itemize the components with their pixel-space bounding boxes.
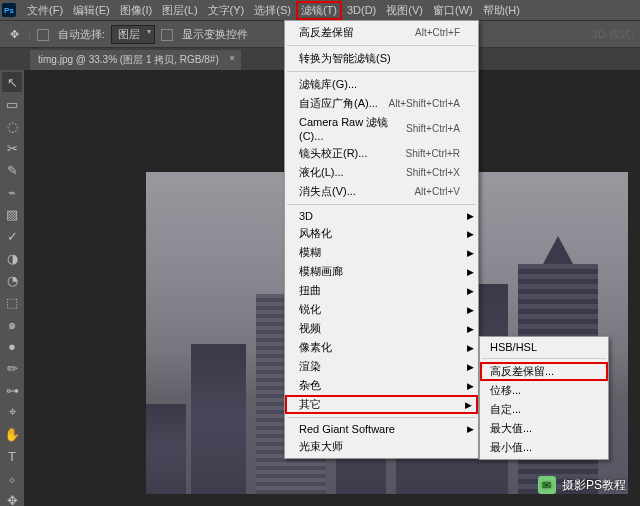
document-tab[interactable]: timg.jpg @ 33.3% (图层 1 拷贝, RGB/8#) × bbox=[30, 50, 241, 70]
divider: | bbox=[28, 28, 31, 40]
menu-separator bbox=[287, 45, 476, 46]
wechat-icon: ✉ bbox=[538, 476, 556, 494]
tool-pen[interactable]: ⊶ bbox=[2, 380, 22, 400]
other-minimum[interactable]: 最小值... bbox=[480, 438, 608, 457]
submenu-arrow-icon: ▶ bbox=[467, 248, 474, 258]
filter-other[interactable]: 其它▶ bbox=[285, 395, 478, 414]
filter-red-giant[interactable]: Red Giant Software▶ bbox=[285, 421, 478, 437]
submenu-arrow-icon: ▶ bbox=[465, 400, 472, 410]
auto-select-label: 自动选择: bbox=[58, 27, 105, 42]
submenu-arrow-icon: ▶ bbox=[467, 305, 474, 315]
app-logo: Ps bbox=[2, 3, 16, 17]
filter-lens-correction[interactable]: 镜头校正(R)...Shift+Ctrl+R bbox=[285, 144, 478, 163]
tool-path[interactable]: ⌖ bbox=[2, 402, 22, 422]
filter-menu: 高反差保留 Alt+Ctrl+F 转换为智能滤镜(S) 滤镜库(G)... 自适… bbox=[284, 20, 479, 459]
tool-hand[interactable]: ✋ bbox=[2, 424, 22, 444]
menu-item-label: 转换为智能滤镜(S) bbox=[299, 51, 460, 66]
filter-liquify[interactable]: 液化(L)...Shift+Ctrl+X bbox=[285, 163, 478, 182]
tool-spot-heal[interactable]: ⌁ bbox=[2, 182, 22, 202]
submenu-arrow-icon: ▶ bbox=[467, 343, 474, 353]
tool-eraser[interactable]: ⬚ bbox=[2, 292, 22, 312]
menu-item-shortcut: Alt+Ctrl+F bbox=[415, 27, 460, 38]
tool-crop[interactable]: ✂ bbox=[2, 138, 22, 158]
menu-separator bbox=[287, 204, 476, 205]
menu-layer[interactable]: 图层(L) bbox=[157, 1, 202, 20]
tool-lasso[interactable]: ◌ bbox=[2, 116, 22, 136]
submenu-arrow-icon: ▶ bbox=[467, 211, 474, 221]
filter-last[interactable]: 高反差保留 Alt+Ctrl+F bbox=[285, 23, 478, 42]
submenu-arrow-icon: ▶ bbox=[467, 362, 474, 372]
submenu-arrow-icon: ▶ bbox=[467, 324, 474, 334]
watermark-text: 摄影PS教程 bbox=[562, 477, 626, 494]
other-custom[interactable]: 自定... bbox=[480, 400, 608, 419]
menu-image[interactable]: 图像(I) bbox=[115, 1, 157, 20]
menu-select[interactable]: 选择(S) bbox=[249, 1, 296, 20]
tool-direct-select[interactable]: ✥ bbox=[2, 490, 22, 506]
menu-filter[interactable]: 滤镜(T) bbox=[296, 1, 342, 20]
tool-marquee[interactable]: ▭ bbox=[2, 94, 22, 114]
filter-noise[interactable]: 杂色▶ bbox=[285, 376, 478, 395]
filter-light-master[interactable]: 光束大师 bbox=[285, 437, 478, 456]
document-tab-title: timg.jpg @ 33.3% (图层 1 拷贝, RGB/8#) bbox=[38, 54, 219, 65]
filter-video[interactable]: 视频▶ bbox=[285, 319, 478, 338]
filter-3d[interactable]: 3D▶ bbox=[285, 208, 478, 224]
submenu-arrow-icon: ▶ bbox=[467, 286, 474, 296]
other-offset[interactable]: 位移... bbox=[480, 381, 608, 400]
tool-clone[interactable]: ◑ bbox=[2, 248, 22, 268]
submenu-arrow-icon: ▶ bbox=[467, 381, 474, 391]
menu-type[interactable]: 文字(Y) bbox=[203, 1, 250, 20]
tool-gradient[interactable]: ๑ bbox=[2, 314, 22, 334]
move-tool-icon: ✥ bbox=[6, 26, 22, 42]
filter-stylize[interactable]: 风格化▶ bbox=[285, 224, 478, 243]
menu-separator bbox=[482, 358, 606, 359]
filter-other-submenu: HSB/HSL 高反差保留... 位移... 自定... 最大值... 最小值.… bbox=[479, 336, 609, 460]
menubar: Ps 文件(F) 编辑(E) 图像(I) 图层(L) 文字(Y) 选择(S) 滤… bbox=[0, 0, 640, 20]
submenu-arrow-icon: ▶ bbox=[467, 229, 474, 239]
auto-select-dropdown[interactable]: 图层 bbox=[111, 25, 155, 44]
submenu-arrow-icon: ▶ bbox=[467, 267, 474, 277]
filter-blur[interactable]: 模糊▶ bbox=[285, 243, 478, 262]
menu-item-label: 高反差保留 bbox=[299, 25, 415, 40]
auto-select-checkbox[interactable] bbox=[37, 27, 52, 40]
other-high-pass[interactable]: 高反差保留... bbox=[480, 362, 608, 381]
filter-camera-raw[interactable]: Camera Raw 滤镜(C)...Shift+Ctrl+A bbox=[285, 113, 478, 144]
tool-brush[interactable]: ✓ bbox=[2, 226, 22, 246]
submenu-arrow-icon: ▶ bbox=[467, 424, 474, 434]
mode-3d-label: 3D 模式: bbox=[592, 27, 634, 42]
filter-distort[interactable]: 扭曲▶ bbox=[285, 281, 478, 300]
watermark: ✉ 摄影PS教程 bbox=[538, 476, 626, 494]
filter-sharpen[interactable]: 锐化▶ bbox=[285, 300, 478, 319]
filter-vanishing-point[interactable]: 消失点(V)...Alt+Ctrl+V bbox=[285, 182, 478, 201]
filter-blur-gallery[interactable]: 模糊画廊▶ bbox=[285, 262, 478, 281]
tool-text[interactable]: T bbox=[2, 446, 22, 466]
tool-history-brush[interactable]: ◔ bbox=[2, 270, 22, 290]
menu-separator bbox=[287, 71, 476, 72]
filter-gallery[interactable]: 滤镜库(G)... bbox=[285, 75, 478, 94]
menu-window[interactable]: 窗口(W) bbox=[428, 1, 478, 20]
tool-quick-select[interactable]: ▨ bbox=[2, 204, 22, 224]
tool-move[interactable]: ↖ bbox=[2, 72, 22, 92]
tool-dodge[interactable]: ✏ bbox=[2, 358, 22, 378]
show-transform-checkbox[interactable] bbox=[161, 27, 176, 40]
close-tab-icon[interactable]: × bbox=[230, 53, 235, 63]
menu-separator bbox=[287, 417, 476, 418]
tool-shape[interactable]: ⬦ bbox=[2, 468, 22, 488]
toolbox: ↖ ▭ ◌ ✂ ✎ ⌁ ▨ ✓ ◑ ◔ ⬚ ๑ ● ✏ ⊶ ⌖ ✋ T ⬦ ✥ … bbox=[0, 70, 24, 506]
menu-file[interactable]: 文件(F) bbox=[22, 1, 68, 20]
other-maximum[interactable]: 最大值... bbox=[480, 419, 608, 438]
other-hsb-hsl[interactable]: HSB/HSL bbox=[480, 339, 608, 355]
menu-view[interactable]: 视图(V) bbox=[381, 1, 428, 20]
filter-render[interactable]: 渲染▶ bbox=[285, 357, 478, 376]
show-transform-label: 显示变换控件 bbox=[182, 27, 248, 42]
tool-blur[interactable]: ● bbox=[2, 336, 22, 356]
tool-eyedropper[interactable]: ✎ bbox=[2, 160, 22, 180]
menu-help[interactable]: 帮助(H) bbox=[478, 1, 525, 20]
filter-pixelate[interactable]: 像素化▶ bbox=[285, 338, 478, 357]
menu-3d[interactable]: 3D(D) bbox=[342, 2, 381, 18]
filter-adaptive-wide-angle[interactable]: 自适应广角(A)...Alt+Shift+Ctrl+A bbox=[285, 94, 478, 113]
filter-convert-smart[interactable]: 转换为智能滤镜(S) bbox=[285, 49, 478, 68]
menu-edit[interactable]: 编辑(E) bbox=[68, 1, 115, 20]
